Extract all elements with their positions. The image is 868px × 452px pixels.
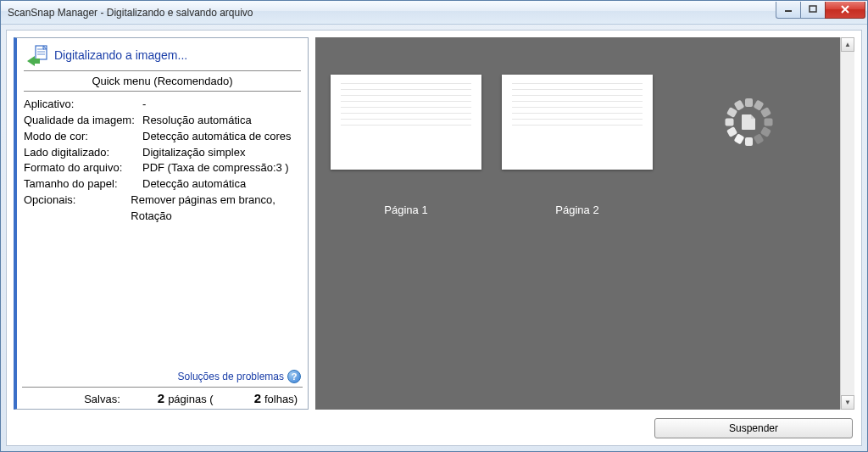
setting-row: Opcionais: Remover páginas em branco, Ro… [24, 193, 301, 225]
window-controls [776, 2, 865, 19]
page-label: Página 1 [384, 204, 427, 216]
menu-header: Quick menu (Recomendado) [24, 70, 301, 92]
saved-pages-count: 2 [158, 391, 164, 405]
scroll-down-button[interactable]: ▼ [841, 395, 854, 410]
setting-label: Qualidade da imagem: [24, 113, 142, 129]
loading-thumbnail [673, 75, 824, 170]
vertical-scrollbar[interactable]: ▲ ▼ [840, 37, 854, 410]
maximize-button[interactable] [800, 2, 826, 19]
preview-area: Página 1 Página 2 [315, 37, 854, 410]
close-button[interactable] [825, 2, 865, 19]
setting-value: Detecção automática de cores [142, 129, 292, 145]
setting-value: Detecção automática [142, 176, 246, 193]
setting-row: Formato do arquivo: PDF (Taxa de compres… [24, 160, 301, 176]
document-icon [742, 114, 755, 130]
maximize-icon [809, 5, 817, 14]
setting-value: Resolução automática [142, 113, 252, 129]
setting-row: Modo de cor: Detecção automática de core… [24, 129, 301, 145]
settings-panel: Digitalizando a imagem... Quick menu (Re… [14, 37, 309, 410]
scroll-track[interactable] [841, 52, 854, 395]
setting-label: Modo de cor: [24, 129, 142, 145]
client-area: Digitalizando a imagem... Quick menu (Re… [6, 30, 862, 446]
troubleshoot-link[interactable]: Soluções de problemas [178, 371, 284, 382]
setting-value: PDF (Taxa de compressão:3 ) [142, 160, 289, 176]
setting-label: Opcionais: [24, 193, 131, 225]
setting-label: Aplicativo: [24, 97, 142, 113]
minimize-button[interactable] [776, 2, 801, 19]
minimize-icon [784, 5, 793, 14]
saved-sheets-word: folhas) [264, 393, 298, 405]
status-row: Digitalizando a imagem... [22, 43, 303, 70]
svg-rect-0 [785, 10, 792, 12]
help-icon[interactable]: ? [287, 370, 301, 383]
saved-bar: Salvas: 2 páginas ( 2 folhas) [22, 387, 303, 407]
app-window: ScanSnap Manager - Digitalizando e salva… [0, 0, 868, 452]
suspend-button[interactable]: Suspender [654, 418, 853, 438]
spinner-icon [725, 98, 772, 146]
bottom-button-row: Suspender [14, 416, 854, 438]
troubleshoot-row: Soluções de problemas ? [22, 366, 303, 387]
document-scan-icon [25, 45, 49, 65]
setting-value: Digitalização simplex [142, 145, 245, 161]
page-thumbnail: Página 1 [331, 75, 481, 216]
spacer [22, 230, 303, 366]
saved-pages-word: páginas ( [168, 393, 213, 405]
titlebar: ScanSnap Manager - Digitalizando e salva… [1, 1, 867, 25]
page-label: Página 2 [555, 204, 598, 216]
setting-value: Remover páginas em branco, Rotação [131, 193, 301, 225]
preview-scroll: Página 1 Página 2 [315, 37, 840, 410]
content-row: Digitalizando a imagem... Quick menu (Re… [14, 37, 854, 410]
page-image[interactable] [502, 75, 653, 170]
svg-rect-1 [810, 6, 816, 12]
setting-label: Tamanho do papel: [24, 176, 142, 193]
page-image[interactable] [331, 75, 481, 170]
setting-row: Lado digitalizado: Digitalização simplex [24, 145, 301, 161]
close-icon [840, 5, 850, 14]
saved-sheets-count: 2 [254, 391, 261, 405]
setting-label: Formato do arquivo: [24, 160, 142, 176]
setting-label: Lado digitalizado: [24, 145, 142, 161]
window-title: ScanSnap Manager - Digitalizando e salva… [8, 7, 776, 19]
status-text: Digitalizando a imagem... [54, 48, 187, 62]
page-thumbnail: Página 2 [502, 75, 653, 216]
setting-row: Qualidade da imagem: Resolução automátic… [24, 113, 301, 129]
saved-label: Salvas: [84, 393, 120, 405]
setting-row: Aplicativo: - [24, 97, 301, 113]
svg-rect-6 [35, 59, 40, 64]
scroll-up-button[interactable]: ▲ [841, 37, 854, 52]
settings-list: Aplicativo: - Qualidade da imagem: Resol… [22, 92, 303, 230]
setting-value: - [142, 97, 146, 113]
setting-row: Tamanho do papel: Detecção automática [24, 176, 301, 193]
